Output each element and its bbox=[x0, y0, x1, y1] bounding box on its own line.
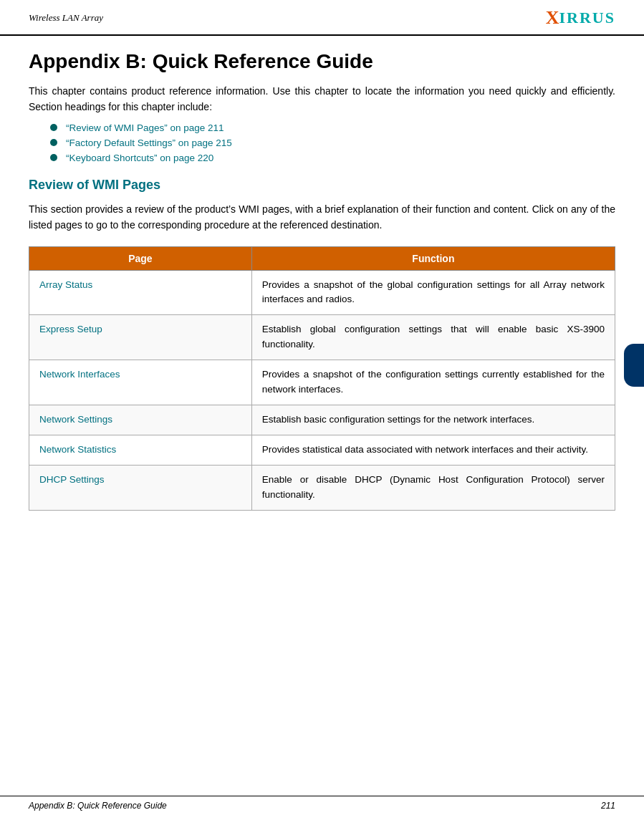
footer-right: 211 bbox=[601, 801, 615, 811]
table-cell-function: Provides a snapshot of the configuration… bbox=[251, 360, 615, 405]
section-heading: Review of WMI Pages bbox=[29, 178, 615, 193]
right-tab-decoration bbox=[624, 344, 644, 387]
bullet-list: “Review of WMI Pages” on page 211 “Facto… bbox=[50, 122, 615, 163]
page-footer: Appendix B: Quick Reference Guide 211 bbox=[0, 796, 644, 815]
table-cell-page[interactable]: Array Status bbox=[29, 270, 252, 315]
bullet-icon bbox=[50, 139, 57, 146]
main-content: Appendix B: Quick Reference Guide This c… bbox=[0, 36, 644, 561]
table-header-function: Function bbox=[251, 246, 615, 270]
logo: XIRRUS bbox=[546, 7, 615, 29]
table-cell-function: Provides a snapshot of the global config… bbox=[251, 270, 615, 315]
header-title: Wireless LAN Array bbox=[29, 12, 103, 24]
table-header-page: Page bbox=[29, 246, 252, 270]
footer-left: Appendix B: Quick Reference Guide bbox=[29, 801, 167, 811]
bullet-link-2[interactable]: “Factory Default Settings” on page 215 bbox=[66, 138, 232, 148]
table-row: Express SetupEstablish global configurat… bbox=[29, 315, 615, 360]
table-cell-page[interactable]: Network Interfaces bbox=[29, 360, 252, 405]
bullet-icon bbox=[50, 154, 57, 161]
table-cell-function: Enable or disable DHCP (Dynamic Host Con… bbox=[251, 465, 615, 510]
table-row: Array StatusProvides a snapshot of the g… bbox=[29, 270, 615, 315]
table-row: DHCP SettingsEnable or disable DHCP (Dyn… bbox=[29, 465, 615, 510]
table-cell-page[interactable]: Express Setup bbox=[29, 315, 252, 360]
table-cell-function: Establish global configuration settings … bbox=[251, 315, 615, 360]
intro-paragraph: This chapter contains product reference … bbox=[29, 83, 615, 115]
table-row: Network InterfacesProvides a snapshot of… bbox=[29, 360, 615, 405]
table-row: Network StatisticsProvides statistical d… bbox=[29, 435, 615, 466]
table-cell-page[interactable]: DHCP Settings bbox=[29, 465, 252, 510]
table-row: Network SettingsEstablish basic configur… bbox=[29, 405, 615, 435]
table-cell-function: Establish basic configuration settings f… bbox=[251, 405, 615, 435]
bullet-link-3[interactable]: “Keyboard Shortcuts” on page 220 bbox=[66, 153, 213, 163]
bullet-link-1[interactable]: “Review of WMI Pages” on page 211 bbox=[66, 122, 224, 133]
reference-table: Page Function Array StatusProvides a sna… bbox=[29, 246, 615, 511]
bullet-icon bbox=[50, 124, 57, 131]
table-cell-function: Provides statistical data associated wit… bbox=[251, 435, 615, 466]
page-header: Wireless LAN Array XIRRUS bbox=[0, 0, 644, 36]
section-intro: This section provides a review of the pr… bbox=[29, 201, 615, 233]
list-item[interactable]: “Keyboard Shortcuts” on page 220 bbox=[50, 153, 615, 163]
list-item[interactable]: “Review of WMI Pages” on page 211 bbox=[50, 122, 615, 133]
logo-x-icon: X bbox=[546, 7, 559, 29]
list-item[interactable]: “Factory Default Settings” on page 215 bbox=[50, 138, 615, 148]
logo-text: IRRUS bbox=[559, 9, 615, 27]
page-title: Appendix B: Quick Reference Guide bbox=[29, 50, 615, 73]
table-cell-page[interactable]: Network Statistics bbox=[29, 435, 252, 466]
table-cell-page[interactable]: Network Settings bbox=[29, 405, 252, 435]
